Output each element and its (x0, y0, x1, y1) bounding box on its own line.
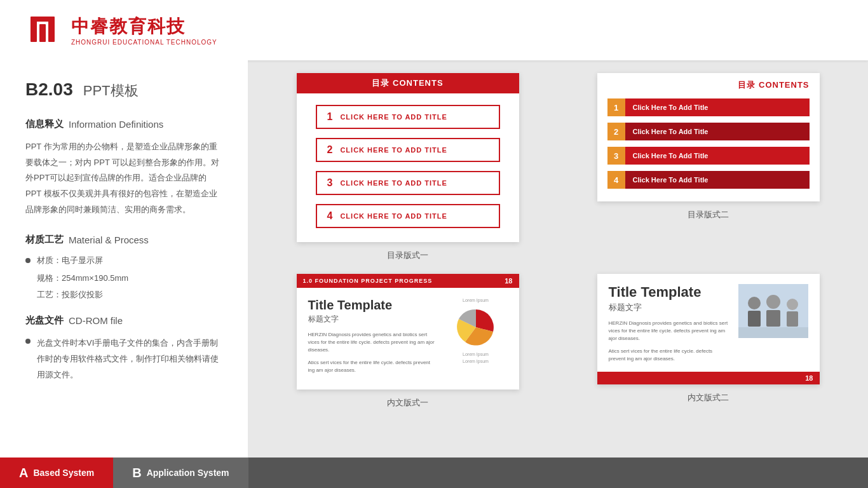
nav-item-b[interactable]: B Application System (113, 458, 248, 488)
inner1-topbar: 1.0 FOUNDATION PROJECT PROGRESS 18 (297, 274, 519, 288)
slide-contents-1: 目录 CONTENTS 1 CLICK HERE TO ADD TITLE 2 … (297, 73, 519, 242)
toc2-num-2: 2 (607, 123, 625, 140)
bottom-nav: A Based System B Application System (0, 458, 868, 488)
toc-num: 4 (327, 210, 333, 222)
toc-num: 2 (327, 144, 333, 156)
sidebar: B2.03 PPT模板 信息释义 Information Definitions… (0, 60, 248, 458)
toc2-bar-2: Click Here To Add Title (625, 123, 810, 140)
svg-rect-3 (48, 19, 55, 42)
toc-text: CLICK HERE TO ADD TITLE (340, 113, 447, 121)
section3-content: 光盘文件时本VI手册电子文件的集合，内含手册制作时的专用软件格式文件，制作打印相… (25, 336, 222, 383)
inner1-left: Title Template 标题文字 HERZIN Diagnosis pro… (308, 298, 435, 379)
toc2-num-4: 4 (607, 171, 625, 189)
product-code: B2.03 (25, 79, 73, 100)
preview-contents-1: 目录 CONTENTS 1 CLICK HERE TO ADD TITLE 2 … (267, 73, 548, 261)
inner1-right: Lorem Ipsum (444, 298, 508, 379)
section1-content: PPT 作为常用的办公物料，是塑造企业品牌形象的重要载体之一；对内 PPT 可以… (25, 139, 222, 217)
logo: 中睿教育科技 ZHONGRUI EDUCATIONAL TECHNOLOGY (25, 11, 217, 50)
inner2-label: 内文版式二 (688, 392, 729, 403)
toc2-item-3: 3 Click Here To Add Title (607, 147, 810, 165)
contents1-body: 1 CLICK HERE TO ADD TITLE 2 CLICK HERE T… (297, 93, 519, 242)
svg-rect-2 (39, 24, 46, 42)
inner1-bar-title: 1.0 FOUNDATION PROJECT PROGRESS (303, 278, 433, 284)
svg-rect-8 (748, 311, 761, 327)
lorem2: Lorem Ipsum (463, 352, 489, 356)
nav-letter-b: B (132, 466, 141, 480)
product-name: PPT模板 (83, 81, 139, 100)
slide-inner-1: 1.0 FOUNDATION PROJECT PROGRESS 18 Title… (297, 274, 519, 390)
toc-item-1-1: 1 CLICK HERE TO ADD TITLE (316, 105, 500, 129)
section1-title: 信息释义 Information Definitions (25, 118, 222, 130)
inner1-big-title: Title Template (308, 298, 435, 313)
product-title: B2.03 PPT模板 (25, 79, 222, 100)
bullet-icon (25, 339, 31, 344)
section3-title: 光盘文件 CD-ROM file (25, 315, 222, 327)
inner1-bar-num: 18 (505, 277, 512, 285)
contents1-header: 目录 CONTENTS (297, 73, 519, 93)
nav-letter-a: A (19, 466, 28, 480)
preview-inner-1: 1.0 FOUNDATION PROJECT PROGRESS 18 Title… (267, 274, 548, 409)
toc2-num-1: 1 (607, 98, 625, 116)
svg-point-11 (787, 299, 798, 310)
toc-num: 1 (327, 111, 333, 123)
toc-num: 3 (327, 177, 333, 189)
logo-english: ZHONGRUI EDUCATIONAL TECHNOLOGY (71, 39, 217, 46)
inner2-body2: Atics sert vices for the entire life cyc… (609, 348, 729, 363)
svg-rect-1 (31, 19, 37, 42)
toc-item-1-3: 3 CLICK HERE TO ADD TITLE (316, 171, 500, 195)
lorem3: Lorem Ipsum (463, 359, 489, 363)
inner2-body1: HERZIN Diagnosis provides genetics and b… (609, 320, 729, 342)
inner1-label: 内文版式一 (387, 397, 428, 409)
logo-icon (25, 11, 64, 50)
svg-rect-4 (31, 17, 55, 22)
svg-point-7 (748, 297, 761, 309)
nav-item-a[interactable]: A Based System (0, 458, 113, 488)
preview-contents-2: 目录 CONTENTS 1 Click Here To Add Title 2 … (567, 73, 849, 261)
inner2-page-num: 18 (597, 372, 820, 384)
inner2-main: Title Template 标题文字 HERZIN Diagnosis pro… (597, 274, 820, 368)
slide-inner-2: Title Template 标题文字 HERZIN Diagnosis pro… (597, 274, 820, 384)
inner2-big-title: Title Template (609, 284, 729, 301)
inner1-main: Title Template 标题文字 HERZIN Diagnosis pro… (297, 288, 519, 390)
inner1-sub-title: 标题文字 (308, 314, 435, 325)
craft-item: 工艺：投影仪投影 (25, 287, 222, 303)
contents2-header: 目录 CONTENTS (597, 73, 820, 95)
toc-item-1-2: 2 CLICK HERE TO ADD TITLE (316, 138, 500, 162)
logo-chinese: 中睿教育科技 (71, 15, 217, 39)
toc2-item-2: 2 Click Here To Add Title (607, 123, 810, 140)
svg-point-9 (766, 295, 780, 309)
toc-text: CLICK HERE TO ADD TITLE (340, 179, 447, 187)
contents1-label: 目录版式一 (387, 250, 428, 261)
contents2-body: 1 Click Here To Add Title 2 Click Here T… (597, 95, 820, 201)
toc-text: CLICK HERE TO ADD TITLE (340, 212, 447, 220)
nav-label-b: Application System (147, 468, 229, 478)
toc2-item-1: 1 Click Here To Add Title (607, 98, 810, 116)
slide-contents-2: 目录 CONTENTS 1 Click Here To Add Title 2 … (597, 73, 820, 201)
preview-area: 目录 CONTENTS 1 CLICK HERE TO ADD TITLE 2 … (248, 60, 868, 458)
material-item: 材质：电子显示屏 (25, 255, 222, 266)
toc2-bar-3: Click Here To Add Title (625, 147, 810, 165)
svg-rect-13 (738, 327, 808, 338)
header: 中睿教育科技 ZHONGRUI EDUCATIONAL TECHNOLOGY (0, 0, 868, 60)
svg-rect-12 (787, 311, 798, 327)
section2-title: 材质工艺 Material & Process (25, 234, 222, 246)
cdrom-bullet: 光盘文件时本VI手册电子文件的集合，内含手册制作时的专用软件格式文件，制作打印相… (25, 336, 222, 383)
inner2-sub-title: 标题文字 (609, 302, 729, 313)
nav-label-a: Based System (33, 468, 94, 478)
toc2-item-4: 4 Click Here To Add Title (607, 171, 810, 189)
inner1-body2: Atics sert vices for the entire life cyc… (308, 359, 435, 374)
inner2-left: Title Template 标题文字 HERZIN Diagnosis pro… (609, 284, 729, 368)
toc2-bar-4: Click Here To Add Title (625, 171, 810, 189)
pie-chart (454, 305, 498, 349)
contents2-label: 目录版式二 (688, 209, 729, 220)
svg-rect-10 (766, 310, 780, 327)
people-image (738, 284, 808, 338)
lorem1: Lorem Ipsum (463, 298, 489, 302)
toc2-bar-1: Click Here To Add Title (625, 98, 810, 116)
spec-item: 规格：254mm×190.5mm (25, 270, 222, 287)
toc-text: CLICK HERE TO ADD TITLE (340, 146, 447, 154)
people-svg (738, 284, 808, 338)
inner1-body1: HERZIN Diagnosis provides genetics and b… (308, 331, 435, 354)
toc2-num-3: 3 (607, 147, 625, 165)
logo-text: 中睿教育科技 ZHONGRUI EDUCATIONAL TECHNOLOGY (71, 15, 217, 46)
